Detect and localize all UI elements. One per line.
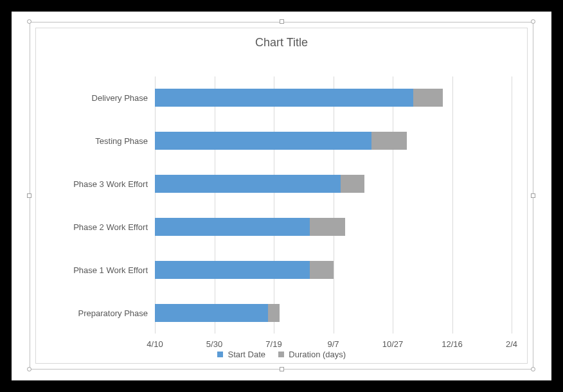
bar-start-date[interactable]: [155, 304, 268, 322]
y-axis-tick-label: Phase 2 Work Effort: [73, 222, 148, 232]
x-axis-tick-label: 7/19: [265, 339, 282, 349]
page: Chart Title Delivery Phase Testing Phase…: [12, 12, 551, 380]
resize-handle-se[interactable]: [531, 367, 535, 371]
x-axis-tick-label: 10/27: [382, 339, 404, 349]
resize-handle-ne[interactable]: [531, 19, 535, 24]
bar-start-date[interactable]: [155, 132, 371, 150]
x-axis-tick-label: 2/4: [506, 339, 517, 349]
legend-item-start-date[interactable]: Start Date: [217, 349, 265, 359]
bar-start-date[interactable]: [155, 89, 413, 107]
gridline: [393, 76, 393, 334]
gridline: [334, 76, 334, 334]
y-axis-tick-label: Phase 3 Work Effort: [73, 179, 148, 189]
resize-handle-nw[interactable]: [27, 19, 31, 24]
gridline: [155, 76, 156, 334]
bar-start-date[interactable]: [155, 175, 341, 193]
bar-duration[interactable]: [341, 175, 364, 193]
y-axis-tick-label: Phase 1 Work Effort: [73, 265, 148, 275]
resize-handle-sw[interactable]: [27, 367, 31, 371]
legend-label: Start Date: [228, 350, 265, 359]
resize-handle-s[interactable]: [280, 367, 284, 371]
legend-swatch: [278, 352, 284, 357]
bar-duration[interactable]: [371, 132, 407, 150]
plot-area[interactable]: [155, 76, 512, 334]
bar-duration[interactable]: [310, 218, 346, 236]
chart-title[interactable]: Chart Title: [36, 36, 527, 49]
resize-handle-w[interactable]: [27, 193, 31, 198]
bar-duration[interactable]: [413, 89, 443, 107]
gridline: [274, 76, 274, 334]
legend-label: Duration (days): [289, 350, 346, 359]
bar-start-date[interactable]: [155, 218, 310, 236]
x-axis-tick-label: 9/7: [327, 339, 339, 349]
y-axis-tick-label: Delivery Phase: [92, 93, 148, 103]
y-axis-tick-label: Testing Phase: [95, 136, 148, 146]
legend[interactable]: Start Date Duration (days): [36, 349, 527, 359]
bar-duration[interactable]: [310, 261, 334, 279]
x-axis-tick-label: 4/10: [147, 339, 163, 349]
gridline: [452, 76, 453, 334]
bar-start-date[interactable]: [155, 261, 310, 279]
y-axis-tick-label: Preparatory Phase: [78, 308, 148, 318]
resize-handle-n[interactable]: [280, 19, 284, 24]
resize-handle-e[interactable]: [531, 193, 535, 198]
legend-swatch: [217, 352, 223, 357]
x-axis-tick-label: 12/16: [442, 339, 463, 349]
y-axis-labels: Delivery Phase Testing Phase Phase 3 Wor…: [36, 76, 152, 334]
bar-duration[interactable]: [268, 304, 280, 322]
x-axis-tick-label: 5/30: [206, 339, 222, 349]
gridline: [512, 76, 512, 334]
legend-item-duration[interactable]: Duration (days): [278, 349, 346, 359]
gridline: [215, 76, 215, 334]
chart-object[interactable]: Chart Title Delivery Phase Testing Phase…: [35, 28, 528, 364]
